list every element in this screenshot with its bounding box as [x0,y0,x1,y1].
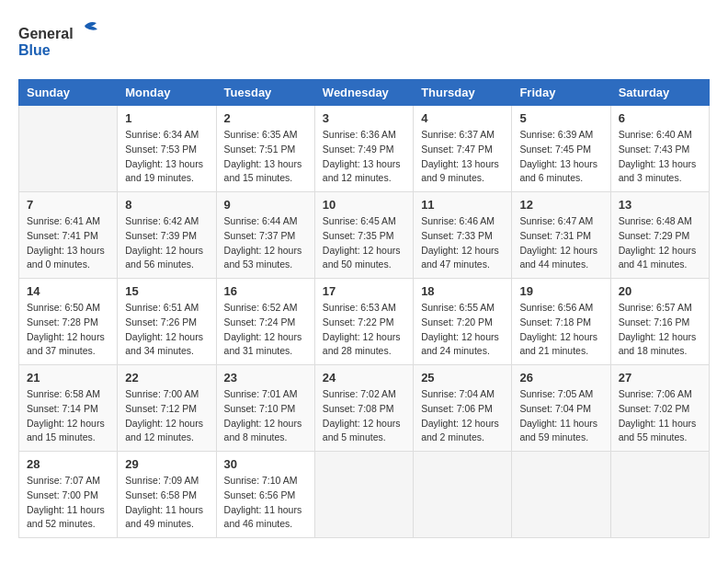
calendar-cell: 13Sunrise: 6:48 AMSunset: 7:29 PMDayligh… [610,192,709,279]
calendar-cell: 30Sunrise: 7:10 AMSunset: 6:56 PMDayligh… [216,452,314,538]
calendar-cell [512,452,610,538]
day-number: 15 [125,284,208,298]
week-row-5: 28Sunrise: 7:07 AMSunset: 7:00 PMDayligh… [19,452,710,538]
day-number: 29 [125,457,208,471]
calendar-cell: 27Sunrise: 7:06 AMSunset: 7:02 PMDayligh… [610,365,709,452]
calendar-cell: 18Sunrise: 6:55 AMSunset: 7:20 PMDayligh… [414,279,512,365]
calendar-cell: 2Sunrise: 6:35 AMSunset: 7:51 PMDaylight… [216,106,314,192]
day-number: 4 [421,111,504,125]
day-header-monday: Monday [118,80,216,106]
calendar-cell: 28Sunrise: 7:07 AMSunset: 7:00 PMDayligh… [19,452,118,538]
day-info: Sunrise: 7:09 AMSunset: 6:58 PMDaylight:… [125,474,208,532]
day-number: 14 [27,284,109,298]
day-number: 19 [519,284,602,298]
calendar-cell: 5Sunrise: 6:39 AMSunset: 7:45 PMDaylight… [512,106,610,192]
day-info: Sunrise: 7:02 AMSunset: 7:08 PMDaylight:… [323,387,405,445]
week-row-2: 7Sunrise: 6:41 AMSunset: 7:41 PMDaylight… [19,192,710,279]
day-number: 7 [27,198,109,212]
day-info: Sunrise: 6:35 AMSunset: 7:51 PMDaylight:… [224,128,307,186]
day-number: 30 [224,457,307,471]
day-info: Sunrise: 6:42 AMSunset: 7:39 PMDaylight:… [125,214,208,272]
day-number: 21 [27,371,109,385]
logo-svg: General Blue [18,18,119,60]
svg-text:General: General [18,26,74,41]
logo: General Blue [18,18,119,64]
day-header-wednesday: Wednesday [314,80,413,106]
day-info: Sunrise: 6:40 AMSunset: 7:43 PMDaylight:… [619,128,701,186]
day-info: Sunrise: 6:34 AMSunset: 7:53 PMDaylight:… [125,128,208,186]
day-number: 8 [125,198,208,212]
day-header-thursday: Thursday [414,80,512,106]
calendar-cell: 7Sunrise: 6:41 AMSunset: 7:41 PMDaylight… [19,192,118,279]
day-number: 18 [421,284,504,298]
day-header-sunday: Sunday [19,80,118,106]
page-header: General Blue [18,18,710,64]
calendar-cell: 17Sunrise: 6:53 AMSunset: 7:22 PMDayligh… [314,279,413,365]
calendar-cell: 22Sunrise: 7:00 AMSunset: 7:12 PMDayligh… [118,365,216,452]
calendar-cell: 11Sunrise: 6:46 AMSunset: 7:33 PMDayligh… [414,192,512,279]
calendar-cell [314,452,413,538]
calendar-cell [414,452,512,538]
day-info: Sunrise: 6:48 AMSunset: 7:29 PMDaylight:… [619,214,701,272]
calendar-cell: 14Sunrise: 6:50 AMSunset: 7:28 PMDayligh… [19,279,118,365]
calendar-cell: 23Sunrise: 7:01 AMSunset: 7:10 PMDayligh… [216,365,314,452]
day-info: Sunrise: 6:39 AMSunset: 7:45 PMDaylight:… [519,128,602,186]
day-info: Sunrise: 6:45 AMSunset: 7:35 PMDaylight:… [323,214,405,272]
calendar-cell: 1Sunrise: 6:34 AMSunset: 7:53 PMDaylight… [118,106,216,192]
calendar-cell: 8Sunrise: 6:42 AMSunset: 7:39 PMDaylight… [118,192,216,279]
day-info: Sunrise: 7:05 AMSunset: 7:04 PMDaylight:… [519,387,602,445]
day-info: Sunrise: 7:07 AMSunset: 7:00 PMDaylight:… [27,474,109,532]
day-number: 13 [619,198,701,212]
week-row-4: 21Sunrise: 6:58 AMSunset: 7:14 PMDayligh… [19,365,710,452]
day-number: 2 [224,111,307,125]
day-number: 26 [519,371,602,385]
calendar-cell: 4Sunrise: 6:37 AMSunset: 7:47 PMDaylight… [414,106,512,192]
day-number: 28 [27,457,109,471]
day-info: Sunrise: 7:10 AMSunset: 6:56 PMDaylight:… [224,474,307,532]
day-number: 23 [224,371,307,385]
day-info: Sunrise: 7:06 AMSunset: 7:02 PMDaylight:… [619,387,701,445]
svg-text:Blue: Blue [18,42,51,58]
calendar-cell: 6Sunrise: 6:40 AMSunset: 7:43 PMDaylight… [610,106,709,192]
day-header-tuesday: Tuesday [216,80,314,106]
calendar-cell: 19Sunrise: 6:56 AMSunset: 7:18 PMDayligh… [512,279,610,365]
day-number: 27 [619,371,701,385]
day-header-friday: Friday [512,80,610,106]
day-info: Sunrise: 6:58 AMSunset: 7:14 PMDaylight:… [27,387,109,445]
day-info: Sunrise: 6:55 AMSunset: 7:20 PMDaylight:… [421,301,504,359]
day-info: Sunrise: 6:46 AMSunset: 7:33 PMDaylight:… [421,214,504,272]
day-number: 20 [619,284,701,298]
day-number: 17 [323,284,405,298]
day-info: Sunrise: 6:56 AMSunset: 7:18 PMDaylight:… [519,301,602,359]
day-header-saturday: Saturday [610,80,709,106]
calendar-cell: 21Sunrise: 6:58 AMSunset: 7:14 PMDayligh… [19,365,118,452]
calendar-cell: 15Sunrise: 6:51 AMSunset: 7:26 PMDayligh… [118,279,216,365]
day-info: Sunrise: 6:50 AMSunset: 7:28 PMDaylight:… [27,301,109,359]
calendar-cell: 29Sunrise: 7:09 AMSunset: 6:58 PMDayligh… [118,452,216,538]
calendar-cell [19,106,118,192]
day-number: 24 [323,371,405,385]
calendar-cell [610,452,709,538]
day-info: Sunrise: 6:41 AMSunset: 7:41 PMDaylight:… [27,214,109,272]
calendar-header-row: SundayMondayTuesdayWednesdayThursdayFrid… [19,80,710,106]
calendar-cell: 20Sunrise: 6:57 AMSunset: 7:16 PMDayligh… [610,279,709,365]
calendar-cell: 12Sunrise: 6:47 AMSunset: 7:31 PMDayligh… [512,192,610,279]
day-info: Sunrise: 6:47 AMSunset: 7:31 PMDaylight:… [519,214,602,272]
week-row-3: 14Sunrise: 6:50 AMSunset: 7:28 PMDayligh… [19,279,710,365]
calendar-cell: 24Sunrise: 7:02 AMSunset: 7:08 PMDayligh… [314,365,413,452]
day-info: Sunrise: 6:51 AMSunset: 7:26 PMDaylight:… [125,301,208,359]
day-number: 3 [323,111,405,125]
calendar-cell: 10Sunrise: 6:45 AMSunset: 7:35 PMDayligh… [314,192,413,279]
day-number: 1 [125,111,208,125]
logo-text: General Blue [18,18,119,64]
day-info: Sunrise: 6:37 AMSunset: 7:47 PMDaylight:… [421,128,504,186]
day-info: Sunrise: 6:57 AMSunset: 7:16 PMDaylight:… [619,301,701,359]
calendar-cell: 9Sunrise: 6:44 AMSunset: 7:37 PMDaylight… [216,192,314,279]
day-number: 5 [519,111,602,125]
day-info: Sunrise: 6:36 AMSunset: 7:49 PMDaylight:… [323,128,405,186]
day-info: Sunrise: 6:44 AMSunset: 7:37 PMDaylight:… [224,214,307,272]
day-number: 11 [421,198,504,212]
day-info: Sunrise: 7:01 AMSunset: 7:10 PMDaylight:… [224,387,307,445]
calendar-cell: 25Sunrise: 7:04 AMSunset: 7:06 PMDayligh… [414,365,512,452]
day-number: 25 [421,371,504,385]
